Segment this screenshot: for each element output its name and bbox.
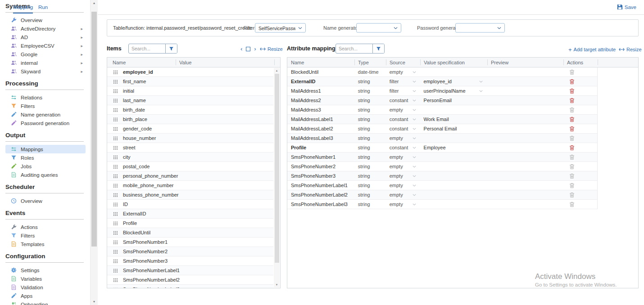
value-specification-cell[interactable]: userPrincipalName — [420, 86, 487, 95]
item-row[interactable]: ID — [107, 200, 273, 209]
scroll-up-icon[interactable]: ▲ — [91, 0, 98, 6]
drag-handle-icon[interactable] — [113, 108, 118, 112]
source-select[interactable]: constant — [386, 96, 420, 105]
item-row[interactable]: gender_code — [107, 124, 273, 134]
scrollbar-thumb[interactable] — [275, 74, 279, 263]
save-button[interactable]: Save — [617, 4, 636, 10]
sidebar-item[interactable]: Actions ▸ — [5, 223, 86, 231]
item-row[interactable]: Profile — [107, 219, 273, 228]
sidebar-item[interactable]: Password generation ▸ — [5, 119, 86, 127]
item-row[interactable]: SmsPhoneNumber1 — [107, 238, 273, 247]
item-row[interactable]: SmsPhoneNumberLabel3 — [107, 285, 273, 288]
delete-icon[interactable] — [569, 88, 575, 94]
value-specification-cell[interactable]: Personal Email — [420, 124, 487, 133]
source-select[interactable]: constant — [386, 143, 420, 152]
square-page-icon[interactable] — [246, 47, 250, 51]
drag-handle-icon[interactable] — [113, 287, 118, 289]
mapping-search-input[interactable] — [336, 44, 372, 53]
item-row[interactable]: city — [107, 152, 273, 162]
source-select[interactable]: empty — [386, 105, 420, 114]
chevron-right-icon[interactable]: › — [254, 46, 256, 52]
item-row[interactable]: birth_place — [107, 115, 273, 124]
password-generator-select[interactable] — [455, 23, 505, 33]
drag-handle-icon[interactable] — [113, 136, 118, 140]
drag-handle-icon[interactable] — [113, 146, 118, 150]
value-specification-cell[interactable] — [420, 190, 487, 199]
drag-handle-icon[interactable] — [113, 278, 118, 282]
sidebar-item[interactable]: Settings ▸ — [5, 266, 86, 274]
page-scrollbar[interactable]: ▲ ▼ — [90, 0, 98, 305]
items-scrollbar[interactable]: ▲ ▼ — [274, 68, 280, 287]
source-select[interactable]: empty — [386, 152, 420, 161]
value-specification-cell[interactable] — [420, 134, 487, 143]
value-specification-cell[interactable]: Work Email — [420, 115, 487, 124]
drag-handle-icon[interactable] — [113, 89, 118, 93]
items-resize-button[interactable]: Resize — [260, 46, 283, 52]
item-row[interactable]: postal_code — [107, 162, 273, 171]
tab-run[interactable]: Run — [38, 4, 48, 10]
drag-handle-icon[interactable] — [113, 221, 118, 225]
item-row[interactable]: SmsPhoneNumber3 — [107, 256, 273, 266]
mapping-resize-button[interactable]: Resize — [619, 47, 642, 52]
sidebar-item[interactable]: Roles ▸ — [5, 153, 86, 162]
drag-handle-icon[interactable] — [113, 117, 118, 121]
drag-handle-icon[interactable] — [113, 212, 118, 216]
chevron-left-icon[interactable]: ‹ — [240, 46, 242, 52]
drag-handle-icon[interactable] — [113, 127, 118, 131]
scroll-down-icon[interactable]: ▼ — [274, 282, 280, 287]
source-select[interactable]: empty — [386, 190, 420, 199]
sidebar-item[interactable]: Onboarding ▸ — [5, 300, 86, 305]
drag-handle-icon[interactable] — [113, 240, 118, 244]
items-filter-button[interactable] — [165, 44, 177, 53]
drag-handle-icon[interactable] — [113, 165, 118, 169]
sidebar-item[interactable]: Relations ▸ — [5, 93, 86, 102]
value-specification-cell[interactable]: PersonEmail — [420, 96, 487, 105]
source-select[interactable]: empty — [386, 200, 420, 209]
value-specification-cell[interactable] — [420, 171, 487, 180]
sidebar-item[interactable]: AD ▸ — [5, 33, 86, 41]
sidebar-item[interactable]: Templates ▸ — [5, 240, 86, 248]
item-row[interactable]: birth_date — [107, 105, 273, 115]
source-select[interactable]: filter — [386, 86, 420, 95]
item-row[interactable]: initial — [107, 86, 273, 96]
source-select[interactable]: empty — [386, 67, 420, 76]
delete-icon[interactable] — [569, 79, 575, 85]
name-generator-select[interactable] — [356, 23, 401, 33]
drag-handle-icon[interactable] — [113, 70, 118, 74]
value-specification-cell[interactable]: employee_id — [420, 77, 487, 86]
scrollbar-thumb[interactable] — [91, 12, 97, 247]
mapping-filter-button[interactable] — [372, 44, 384, 53]
sidebar-item[interactable]: Google ▸ — [5, 50, 86, 58]
drag-handle-icon[interactable] — [113, 174, 118, 178]
sidebar-item[interactable]: Mappings ▸ — [5, 145, 86, 153]
item-row[interactable]: last_name — [107, 96, 273, 105]
sidebar-item[interactable]: internal ▸ — [5, 58, 86, 67]
drag-handle-icon[interactable] — [113, 250, 118, 254]
source-select[interactable]: empty — [386, 162, 420, 171]
item-row[interactable]: personal_phone_number — [107, 171, 273, 181]
add-target-attribute-button[interactable]: + Add target attribute — [568, 47, 616, 52]
drag-handle-icon[interactable] — [113, 184, 118, 188]
drag-handle-icon[interactable] — [113, 99, 118, 103]
value-specification-cell[interactable] — [420, 152, 487, 161]
source-select[interactable]: constant — [386, 115, 420, 124]
drag-handle-icon[interactable] — [113, 80, 118, 84]
item-row[interactable]: SmsPhoneNumberLabel2 — [107, 275, 273, 285]
tab-mapping[interactable]: Mapping — [13, 4, 33, 13]
items-search-input[interactable] — [129, 44, 165, 53]
item-row[interactable]: BlockedUntil — [107, 228, 273, 238]
drag-handle-icon[interactable] — [113, 202, 118, 206]
item-row[interactable]: SmsPhoneNumber2 — [107, 247, 273, 256]
source-select[interactable]: constant — [386, 124, 420, 133]
filter-select[interactable]: SelfServicePasswordRese — [255, 23, 306, 33]
item-row[interactable]: street — [107, 143, 273, 152]
sidebar-item[interactable]: Apps ▸ — [5, 292, 86, 300]
source-select[interactable]: filter — [386, 77, 420, 86]
scroll-down-icon[interactable]: ▼ — [91, 299, 98, 305]
sidebar-item[interactable]: Filters ▸ — [5, 102, 86, 110]
sidebar-item[interactable]: Validation ▸ — [5, 283, 86, 292]
sidebar-item[interactable]: Overview ▸ — [5, 16, 86, 24]
sidebar-item[interactable]: EmployeeCSV ▸ — [5, 41, 86, 50]
value-specification-cell[interactable] — [420, 105, 487, 114]
drag-handle-icon[interactable] — [113, 193, 118, 197]
